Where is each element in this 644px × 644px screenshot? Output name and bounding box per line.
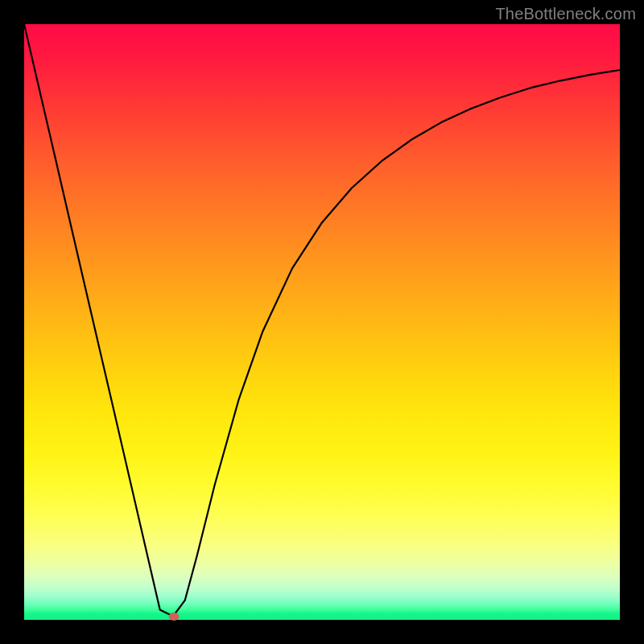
watermark-text: TheBottleneck.com [495, 5, 636, 23]
bottleneck-curve [24, 24, 620, 617]
plot-gradient-area [24, 24, 620, 620]
chart-root: TheBottleneck.com [0, 0, 644, 644]
optimal-point-marker [169, 613, 180, 621]
curve-svg [24, 24, 620, 620]
